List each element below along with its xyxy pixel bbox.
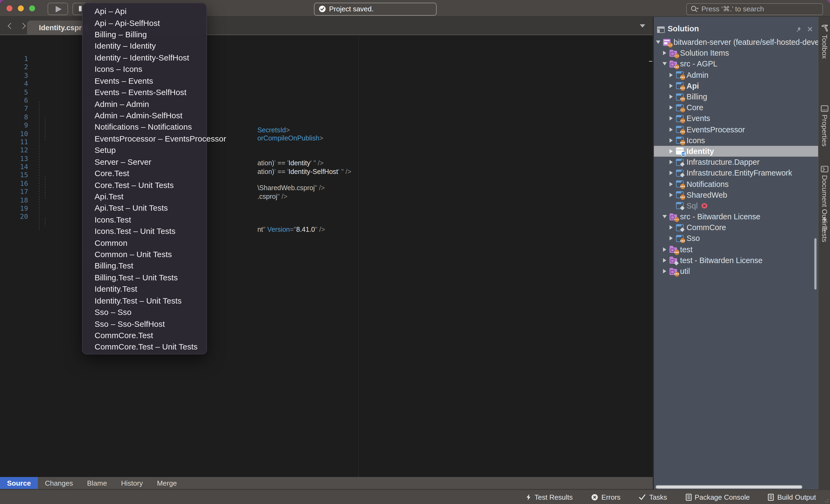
tree-row[interactable]: Infrastructure.Dapper [653,157,818,167]
run-configuration-menu-item[interactable]: Admin – Admin-SelfHost [83,110,206,121]
expander-icon[interactable] [668,69,675,80]
expander-icon[interactable] [668,233,675,244]
expander-icon[interactable] [661,59,668,69]
vc-tab[interactable]: Changes [38,477,80,489]
tree-row[interactable]: Sql [653,200,818,211]
run-configuration-menu-item[interactable]: Common [83,237,206,248]
run-configuration-menu-item[interactable]: Identity.Test – Unit Tests [83,295,206,306]
horizontal-scrollbar[interactable] [655,485,802,489]
run-configuration-menu-item[interactable]: Api – Api-SelfHost [83,17,206,29]
run-configuration-menu-item[interactable]: Setup [83,144,206,156]
window-zoom-button[interactable] [29,5,35,11]
tree-row[interactable]: test - Bitwarden License [653,255,818,266]
tree-row[interactable]: Solution Items [653,47,818,58]
expander-icon[interactable] [668,157,675,167]
tree-row[interactable]: Core [653,102,818,113]
tab-list-dropdown-icon[interactable] [640,24,645,28]
tree-row[interactable]: EventsProcessor [653,124,818,135]
expander-icon[interactable] [668,102,675,113]
tree-row[interactable]: src - AGPL [653,59,818,69]
tree-row[interactable]: CommCore [653,222,818,233]
run-configuration-menu-item[interactable]: Notifications – Notifications [83,121,206,133]
tree-row[interactable]: Billing [653,91,818,102]
dock-tab[interactable]: Toolbox [819,24,830,59]
expander-icon[interactable] [668,222,675,233]
expander-icon[interactable] [668,178,675,189]
status-bar-button[interactable]: Package Console [685,493,750,501]
expander-icon[interactable] [668,124,675,135]
run-configuration-menu-item[interactable]: Core.Test [83,167,206,179]
expander-icon[interactable] [661,255,668,266]
run-configuration-menu-item[interactable]: Icons.Test [83,214,206,225]
run-configuration-menu-item[interactable]: Identity – Identity [83,40,206,52]
vc-tab[interactable]: Merge [150,477,184,489]
vc-tab[interactable]: Source [0,477,38,489]
expander-icon[interactable] [661,266,668,277]
run-configuration-menu-item[interactable]: Api.Test – Unit Tests [83,202,206,214]
run-configuration-menu-item[interactable]: Sso – Sso-SelfHost [83,318,206,330]
close-pad-icon[interactable]: ✕ [806,25,814,33]
run-configuration-menu-item[interactable]: CommCore.Test [83,330,206,341]
run-configuration-menu-item[interactable]: Server – Server [83,156,206,167]
run-configuration-menu-item[interactable]: Sso – Sso [83,306,206,318]
resize-grip[interactable] [823,497,828,502]
run-configuration-menu-item[interactable]: Events – Events-SelfHost [83,87,206,98]
run-configuration-menu-item[interactable]: Api – Api [83,5,206,17]
expander-icon[interactable] [655,37,662,47]
run-configuration-menu-item[interactable]: Identity – Identity-SelfHost [83,52,206,63]
run-configuration-menu-item[interactable]: Icons – Icons [83,63,206,75]
tree-row[interactable]: util [653,266,818,277]
expander-icon[interactable] [668,146,675,157]
expander-icon[interactable] [661,244,668,255]
tree-row[interactable]: Events [653,113,818,124]
pin-icon[interactable] [794,25,802,33]
run-configuration-menu-item[interactable]: CommCore.Test – Unit Tests [83,341,206,352]
expander-icon[interactable] [661,47,668,58]
status-bar-button[interactable]: Tasks [639,493,667,501]
run-button[interactable] [47,3,68,15]
tree-row[interactable]: bitwarden-server (feature/self-hosted-de… [653,37,818,47]
window-minimize-button[interactable] [18,5,24,11]
tree-row[interactable]: Identity [653,146,818,157]
tree-row[interactable]: Sso [653,233,818,244]
run-configuration-menu-item[interactable]: Billing.Test – Unit Tests [83,271,206,283]
status-bar-button[interactable]: Errors [591,493,620,501]
vc-tab[interactable]: History [114,477,150,489]
expander-icon[interactable] [661,211,668,222]
tree-row[interactable]: Admin [653,69,818,80]
navigate-back-icon[interactable] [8,23,14,29]
tree-row[interactable]: src - Bitwarden License [653,211,818,222]
run-configuration-menu-item[interactable]: Billing – Billing [83,29,206,40]
run-configuration-menu-item[interactable]: Admin – Admin [83,98,206,110]
run-configuration-menu-item[interactable]: Icons.Test – Unit Tests [83,225,206,237]
run-configuration-menu-item[interactable]: Billing.Test [83,260,206,272]
tree-row[interactable]: SharedWeb [653,189,818,200]
tree-row[interactable]: Infrastructure.EntityFramework [653,168,818,178]
vertical-scrollbar[interactable] [814,238,817,290]
run-configuration-menu-item[interactable]: Core.Test – Unit Tests [83,179,206,191]
expander-icon[interactable] [668,135,675,145]
vc-tab[interactable]: Blame [80,477,114,489]
tree-row[interactable]: Notifications [653,178,818,189]
run-configuration-menu-item[interactable]: Common – Unit Tests [83,248,206,260]
run-configuration-menu-item[interactable]: Identity.Test [83,283,206,295]
expander-icon[interactable] [668,189,675,200]
tree-row[interactable]: test [653,244,818,255]
status-bar-button[interactable]: Test Results [526,493,573,501]
global-search-input[interactable]: Press ‘⌘.’ to search [686,3,823,15]
expander-icon[interactable] [668,168,675,178]
run-configuration-menu-item[interactable]: Events – Events [83,75,206,87]
tree-row[interactable]: Icons [653,135,818,145]
dock-tab[interactable]: Tests [819,215,830,242]
expander-icon[interactable] [668,80,675,91]
expander-icon[interactable] [668,91,675,102]
expander-icon[interactable] [668,113,675,124]
dock-tab[interactable]: Properties [819,105,830,147]
run-configuration-menu-item[interactable]: Api.Test [83,191,206,202]
expander-icon[interactable] [668,200,675,211]
window-close-button[interactable] [6,5,12,11]
status-bar-button[interactable]: Build Output [768,493,816,501]
run-configuration-menu-item[interactable]: EventsProcessor – EventsProcessor [83,133,206,144]
navigate-forward-icon[interactable] [20,23,26,29]
tree-row[interactable]: Api [653,80,818,91]
